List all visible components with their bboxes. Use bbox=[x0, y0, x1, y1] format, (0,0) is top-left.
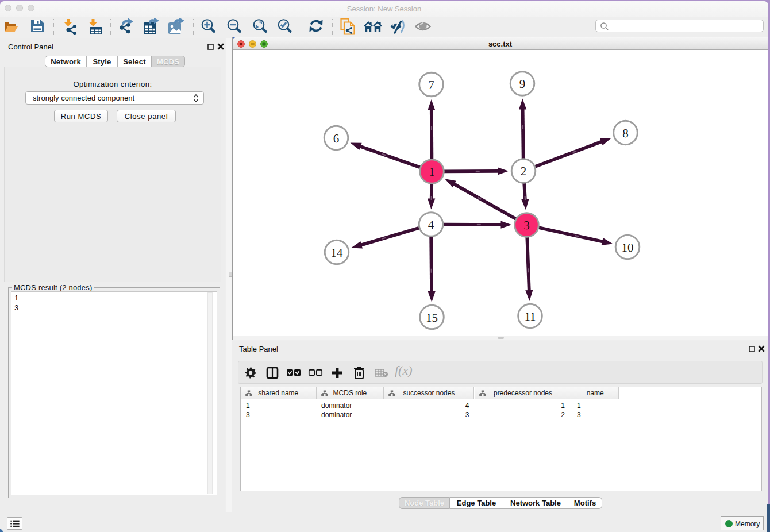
svg-text:11: 11 bbox=[524, 310, 536, 323]
svg-text:1: 1 bbox=[429, 165, 435, 179]
svg-text:3: 3 bbox=[523, 218, 530, 232]
svg-text:7: 7 bbox=[428, 78, 434, 92]
svg-text:15: 15 bbox=[426, 311, 438, 325]
svg-text:8: 8 bbox=[622, 126, 629, 140]
svg-text:14: 14 bbox=[331, 246, 344, 260]
svg-text:10: 10 bbox=[622, 241, 634, 255]
svg-text:6: 6 bbox=[333, 132, 340, 145]
svg-text:2: 2 bbox=[521, 164, 527, 178]
svg-text:9: 9 bbox=[519, 77, 526, 91]
svg-text:4: 4 bbox=[428, 218, 434, 232]
